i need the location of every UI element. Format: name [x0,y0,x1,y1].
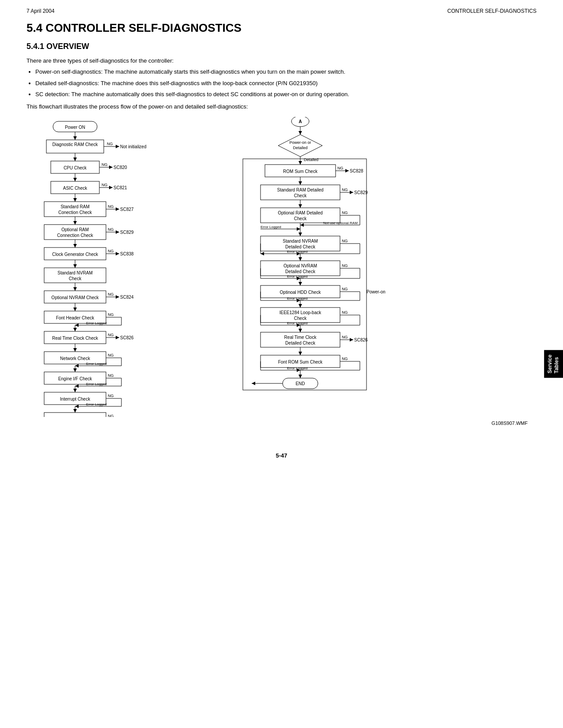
svg-marker-71 [75,405,79,408]
page-header: 7 April 2004 CONTROLLER SELF-DIAGNOSTICS [0,0,563,17]
svg-marker-114 [261,252,264,255]
svg-marker-52 [73,348,77,352]
a-top-label: A [299,119,302,124]
sc824-label: SC824 [120,295,134,300]
ng-mem-chip: NG [108,414,114,417]
bullet-2: Detailed self-diagnostics: The machine d… [35,79,537,88]
opt-ram-det-label2: Check [294,216,307,221]
asic-check-label: ASIC Check [63,186,87,191]
ng-cpu: NG [102,162,108,167]
rtc-check-label: Real Time Clock Check [52,336,98,341]
side-tab: ServiceTables [544,350,563,378]
rtc-det-label2: Detailed Check [285,341,316,345]
intro-text: There are three types of self-diagnostic… [26,57,537,64]
ng-rom-sum: NG [337,166,344,170]
net-check-label: Network Check [60,356,91,361]
svg-marker-12 [73,178,77,181]
pow-detail-label2: Detailed [293,146,307,150]
svg-marker-59 [73,368,77,372]
sc838-label: SC838 [120,251,134,256]
svg-marker-45 [75,323,79,327]
svg-marker-118 [299,257,302,261]
std-nvram-label2: Check [69,276,82,281]
svg-marker-32 [73,264,77,268]
ng-std-ram-det: NG [342,188,348,192]
svg-marker-108 [299,233,302,236]
rom-sum-label: ROM Sum Check [283,169,318,174]
std-nvram-det-label2: Detailed Check [285,244,316,249]
main-content: 5.4 CONTROLLER SELF-DIAGNOSTICS 5.4.1 OV… [0,17,563,443]
page-number: 5-47 [276,452,287,459]
err-logged-font: Error Logged [86,321,107,325]
sub-title: 5.4.1 OVERVIEW [26,42,537,51]
svg-marker-90 [345,169,349,173]
svg-marker-148 [350,338,353,341]
page-footer: 5-47 [0,443,563,463]
interrupt-label: Interrupt Check [60,397,91,402]
engine-if-label: Engine I/F Check [58,376,93,381]
svg-marker-25 [116,230,119,234]
svg-marker-7 [73,158,77,161]
svg-marker-20 [116,207,119,211]
std-nvram-label1: Standard NVRAM [57,270,92,275]
opt-ram-conn-label2: Connection Check [57,233,94,238]
ng-opt-nvram: NG [108,292,114,296]
std-ram-det-label2: Check [294,193,307,198]
bullet-list: Power-on self-diagnostics: The machine a… [35,68,537,99]
ng-diag-ram: NG [107,142,113,146]
svg-marker-97 [299,204,302,208]
diag-ram-label: Diagnostic RAM Check [53,142,98,147]
opt-ram-conn-label1: Optional RAM [61,227,89,232]
header-title: CONTROLLER SELF-DIAGNOSTICS [447,8,537,14]
ng-ieee1284: NG [342,310,348,315]
svg-marker-159 [299,375,302,378]
svg-marker-136 [299,304,302,308]
flowchart-area: Power ON Diagnostic RAM Check NG Not ini… [26,117,537,417]
svg-marker-27 [73,244,77,248]
font-hdr-label: Font Header Check [56,315,95,320]
detailed-label: Detailed [304,158,318,162]
opt-nvram-det-label2: Detailed Check [285,269,316,274]
bullet-3: SC detection: The machine automatically … [35,90,537,99]
std-nvram-det-label1: Standard NVRAM [283,239,317,244]
sc826-label-left: SC826 [120,335,134,340]
ng-clk-gen: NG [108,249,114,253]
std-ram-det-label1: Standard RAM Detailed [277,188,323,192]
opt-nvram-det-label1: Optional NVRAM [283,263,317,268]
ng-opt-nvram-det: NG [342,263,348,268]
err-logged-interrupt: Error Logged [86,402,107,406]
svg-marker-22 [73,221,77,225]
ng-rtc: NG [108,333,114,337]
ng-opt-hdd: NG [342,287,348,291]
ng-engine: NG [108,373,114,378]
svg-marker-57 [75,364,79,368]
ng-font-hdr: NG [108,312,114,317]
svg-marker-84 [299,131,302,135]
svg-marker-35 [73,287,77,291]
not-init-label: Not initialized [120,144,146,149]
pow-detail-label1: Power-on or [289,140,311,145]
std-ram-conn-label1: Standard RAM [60,204,90,209]
err-logged-engine: Error Logged [86,382,107,386]
not-use-opt-ram: Not use optional RAM [323,221,358,225]
err-logged-opt-ram: Error Logged [261,225,281,229]
svg-marker-17 [73,198,77,202]
err-logged-net: Error Logged [86,362,107,366]
sc828-label: SC828 [350,169,363,173]
svg-marker-15 [109,186,113,189]
power-on-right-label: Power-on [367,289,385,294]
sc829-label-left: SC829 [120,230,134,235]
svg-marker-87 [299,161,302,165]
ng-opt-ram-conn: NG [108,227,114,232]
svg-marker-145 [299,329,302,332]
ng-asic: NG [102,183,108,187]
flowchart-intro: This flowchart illustrates the process f… [26,103,537,110]
svg-rect-74 [44,413,106,417]
svg-marker-162 [252,382,255,385]
bullet-1: Power-on self-diagnostics: The machine a… [35,68,537,76]
ng-opt-ram-det: NG [342,210,348,215]
svg-marker-73 [73,409,77,413]
section-title: 5.4 CONTROLLER SELF-DIAGNOSTICS [26,21,537,35]
svg-marker-50 [116,336,119,339]
ieee1284-label2: Check [294,316,307,321]
